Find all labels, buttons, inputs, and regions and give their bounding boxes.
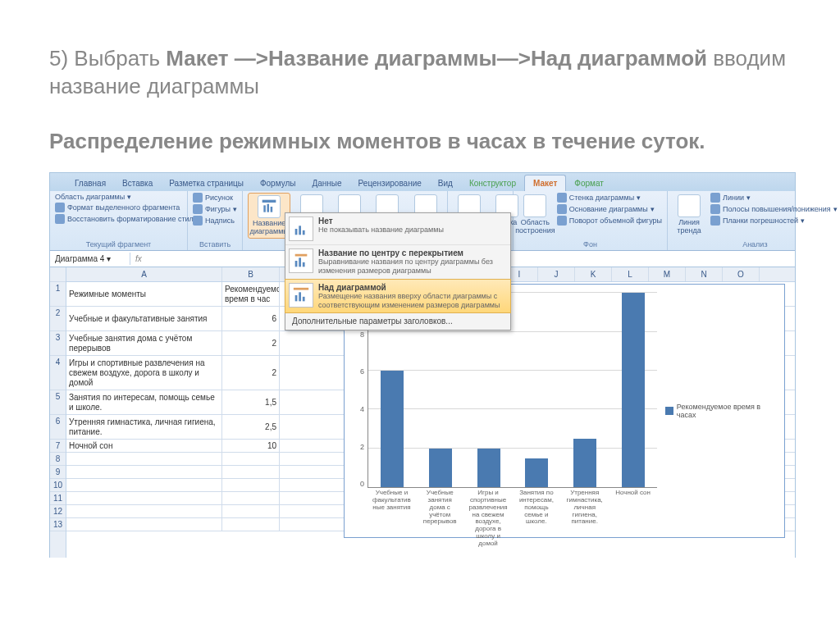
tab-data[interactable]: Данные — [304, 175, 349, 191]
chart-wall-button[interactable]: Стенка диаграммы ▾ — [557, 193, 662, 203]
svg-rect-9 — [299, 258, 301, 267]
tab-format[interactable]: Формат — [566, 175, 612, 191]
trendline-button[interactable]: Линия тренда — [673, 193, 705, 237]
svg-rect-5 — [299, 226, 301, 235]
chart-x-labels: Учебные и факультативные занятияУчебные … — [368, 490, 657, 535]
tab-view[interactable]: Вид — [430, 175, 461, 191]
reset-style-button[interactable]: Восстановить форматирование стиля — [55, 214, 198, 224]
reset-icon — [55, 214, 65, 224]
tab-layout[interactable]: Макет — [524, 175, 566, 191]
picture-icon — [193, 193, 203, 203]
dd-more-options[interactable]: Дополнительные параметры заголовков... — [285, 312, 510, 330]
svg-rect-1 — [263, 206, 266, 212]
chart-bar — [381, 371, 404, 487]
x-label: Утренняя гимнастика, личная гигиена, пит… — [564, 490, 605, 535]
svg-rect-14 — [303, 297, 305, 302]
chart-bar — [429, 449, 452, 487]
row-headers: 1 2 3 4 5 6 7 8 9 10 11 12 13 — [50, 267, 66, 558]
chart-legend: Рекомендуемое время в часах — [661, 285, 784, 537]
tab-page-layout[interactable]: Разметка страницы — [161, 175, 252, 191]
svg-rect-8 — [295, 261, 298, 267]
wall-icon — [557, 193, 567, 203]
chart-bar — [477, 449, 500, 487]
dd-option-centered[interactable]: Название по центру с перекрытиемВыравнив… — [285, 245, 510, 280]
x-label: Учебные занятия дома с учётом перерывов — [419, 490, 460, 535]
chart-bar — [622, 293, 645, 487]
textbox-button[interactable]: Надпись — [193, 216, 237, 226]
svg-rect-12 — [295, 295, 298, 301]
format-icon — [55, 203, 65, 212]
tab-review[interactable]: Рецензирование — [350, 175, 430, 191]
svg-rect-7 — [295, 254, 308, 257]
svg-rect-3 — [271, 207, 273, 212]
rotation-button[interactable]: Поворот объемной фигуры — [557, 216, 662, 226]
tab-formulas[interactable]: Формулы — [252, 175, 304, 191]
x-label: Игры и спортивные развлечения на свежем … — [468, 490, 509, 535]
chart-bar — [573, 439, 596, 487]
errorbars-icon — [710, 216, 720, 226]
floor-icon — [557, 204, 567, 214]
svg-rect-13 — [299, 292, 301, 301]
plot-area-icon — [523, 194, 546, 217]
x-label: Занятия по интересам, помощь семье и шко… — [516, 490, 557, 535]
centered-icon — [289, 248, 313, 273]
ribbon-tabs: Главная Вставка Разметка страницы Формул… — [50, 173, 795, 191]
x-label: Ночной сон — [613, 490, 654, 535]
chart-title-icon — [258, 195, 281, 218]
fx-label: fx — [130, 254, 147, 263]
tab-insert[interactable]: Вставка — [114, 175, 161, 191]
rotation-icon — [557, 216, 567, 226]
svg-rect-2 — [267, 204, 270, 212]
plot-area-button[interactable]: Область построения — [518, 193, 552, 237]
lines-icon — [710, 193, 720, 203]
excel-screenshot: Главная Вставка Разметка страницы Формул… — [49, 172, 796, 558]
none-icon — [289, 217, 313, 241]
dd-option-above[interactable]: Над диаграммойРазмещение названия вверху… — [285, 279, 511, 314]
tab-design[interactable]: Конструктор — [461, 175, 524, 191]
updown-bars-button[interactable]: Полосы повышения/понижения ▾ — [710, 204, 838, 214]
updown-icon — [710, 204, 720, 214]
dd-option-none[interactable]: НетНе показывать название диаграммы — [285, 213, 510, 245]
slide-heading: 5) Выбрать Макет —>Название диаграммы—>Н… — [49, 45, 791, 156]
chart-title-dropdown: НетНе показывать название диаграммы Назв… — [285, 212, 511, 330]
svg-rect-0 — [262, 200, 276, 203]
above-icon — [289, 283, 313, 308]
legend-swatch-icon — [665, 407, 673, 415]
shapes-icon — [193, 204, 203, 214]
svg-rect-11 — [294, 288, 308, 290]
chart-floor-button[interactable]: Основание диаграммы ▾ — [557, 204, 662, 214]
x-label: Учебные и факультативные занятия — [371, 490, 412, 535]
tab-home[interactable]: Главная — [66, 175, 114, 191]
trendline-icon — [678, 194, 701, 217]
error-bars-button[interactable]: Планки погрешностей ▾ — [710, 216, 838, 226]
svg-rect-4 — [295, 229, 298, 235]
picture-button[interactable]: Рисунок — [193, 193, 237, 203]
textbox-icon — [193, 216, 203, 226]
svg-rect-6 — [303, 230, 305, 235]
chart-area-dropdown[interactable]: Область диаграммы ▾ — [55, 193, 198, 201]
svg-rect-10 — [303, 262, 305, 267]
chart-bar — [525, 458, 548, 488]
shapes-button[interactable]: Фигуры ▾ — [193, 204, 237, 214]
format-selection-button[interactable]: Формат выделенного фрагмента — [55, 203, 198, 212]
name-box[interactable]: Диаграмма 4 ▾ — [50, 253, 130, 265]
lines-button[interactable]: Линии ▾ — [710, 193, 838, 203]
